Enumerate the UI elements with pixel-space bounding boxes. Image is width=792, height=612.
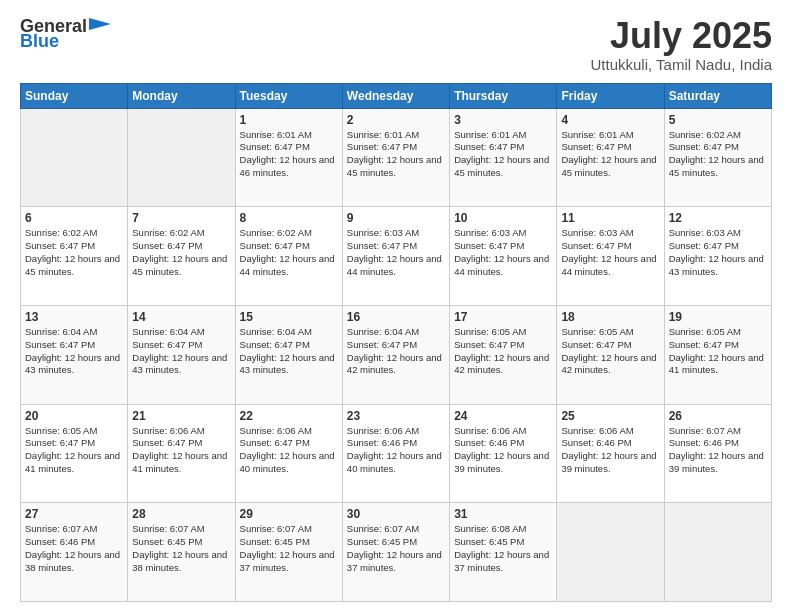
day-info: Sunrise: 6:03 AM Sunset: 6:47 PM Dayligh… [454,227,552,278]
calendar-day-cell: 20Sunrise: 6:05 AM Sunset: 6:47 PM Dayli… [21,404,128,503]
day-number: 31 [454,507,552,521]
day-number: 24 [454,409,552,423]
calendar-day-cell [664,503,771,602]
calendar-day-cell [557,503,664,602]
day-info: Sunrise: 6:06 AM Sunset: 6:47 PM Dayligh… [132,425,230,476]
day-info: Sunrise: 6:05 AM Sunset: 6:47 PM Dayligh… [669,326,767,377]
day-number: 21 [132,409,230,423]
calendar-day-cell: 2Sunrise: 6:01 AM Sunset: 6:47 PM Daylig… [342,108,449,207]
calendar-day-cell: 5Sunrise: 6:02 AM Sunset: 6:47 PM Daylig… [664,108,771,207]
calendar-day-cell: 25Sunrise: 6:06 AM Sunset: 6:46 PM Dayli… [557,404,664,503]
logo-block: General Blue [20,16,111,50]
day-number: 8 [240,211,338,225]
day-info: Sunrise: 6:06 AM Sunset: 6:46 PM Dayligh… [347,425,445,476]
day-number: 4 [561,113,659,127]
calendar-day-cell: 18Sunrise: 6:05 AM Sunset: 6:47 PM Dayli… [557,305,664,404]
calendar-weekday-header: Sunday [21,83,128,108]
calendar-day-cell: 11Sunrise: 6:03 AM Sunset: 6:47 PM Dayli… [557,207,664,306]
day-number: 20 [25,409,123,423]
svg-marker-0 [89,18,111,30]
calendar-day-cell: 14Sunrise: 6:04 AM Sunset: 6:47 PM Dayli… [128,305,235,404]
day-number: 29 [240,507,338,521]
calendar-day-cell: 22Sunrise: 6:06 AM Sunset: 6:47 PM Dayli… [235,404,342,503]
day-number: 18 [561,310,659,324]
calendar-table: SundayMondayTuesdayWednesdayThursdayFrid… [20,83,772,602]
day-number: 11 [561,211,659,225]
day-info: Sunrise: 6:07 AM Sunset: 6:45 PM Dayligh… [240,523,338,574]
calendar-day-cell: 29Sunrise: 6:07 AM Sunset: 6:45 PM Dayli… [235,503,342,602]
day-number: 9 [347,211,445,225]
day-info: Sunrise: 6:02 AM Sunset: 6:47 PM Dayligh… [25,227,123,278]
calendar-day-cell: 24Sunrise: 6:06 AM Sunset: 6:46 PM Dayli… [450,404,557,503]
calendar-day-cell: 16Sunrise: 6:04 AM Sunset: 6:47 PM Dayli… [342,305,449,404]
day-number: 17 [454,310,552,324]
title-block: July 2025 Uttukkuli, Tamil Nadu, India [591,16,772,73]
calendar-day-cell: 30Sunrise: 6:07 AM Sunset: 6:45 PM Dayli… [342,503,449,602]
calendar-day-cell: 27Sunrise: 6:07 AM Sunset: 6:46 PM Dayli… [21,503,128,602]
calendar-day-cell: 7Sunrise: 6:02 AM Sunset: 6:47 PM Daylig… [128,207,235,306]
calendar-day-cell: 4Sunrise: 6:01 AM Sunset: 6:47 PM Daylig… [557,108,664,207]
day-info: Sunrise: 6:08 AM Sunset: 6:45 PM Dayligh… [454,523,552,574]
calendar-week-row: 1Sunrise: 6:01 AM Sunset: 6:47 PM Daylig… [21,108,772,207]
calendar-day-cell: 19Sunrise: 6:05 AM Sunset: 6:47 PM Dayli… [664,305,771,404]
calendar-weekday-header: Saturday [664,83,771,108]
day-number: 19 [669,310,767,324]
calendar-day-cell [21,108,128,207]
calendar-day-cell [128,108,235,207]
logo-flag-icon [89,18,111,36]
calendar-day-cell: 15Sunrise: 6:04 AM Sunset: 6:47 PM Dayli… [235,305,342,404]
day-info: Sunrise: 6:02 AM Sunset: 6:47 PM Dayligh… [132,227,230,278]
day-number: 12 [669,211,767,225]
calendar-day-cell: 13Sunrise: 6:04 AM Sunset: 6:47 PM Dayli… [21,305,128,404]
calendar-week-row: 20Sunrise: 6:05 AM Sunset: 6:47 PM Dayli… [21,404,772,503]
calendar-week-row: 13Sunrise: 6:04 AM Sunset: 6:47 PM Dayli… [21,305,772,404]
calendar-header-row: SundayMondayTuesdayWednesdayThursdayFrid… [21,83,772,108]
calendar-day-cell: 12Sunrise: 6:03 AM Sunset: 6:47 PM Dayli… [664,207,771,306]
day-info: Sunrise: 6:01 AM Sunset: 6:47 PM Dayligh… [240,129,338,180]
location-title: Uttukkuli, Tamil Nadu, India [591,56,772,73]
day-number: 15 [240,310,338,324]
day-number: 25 [561,409,659,423]
calendar-day-cell: 6Sunrise: 6:02 AM Sunset: 6:47 PM Daylig… [21,207,128,306]
calendar-day-cell: 1Sunrise: 6:01 AM Sunset: 6:47 PM Daylig… [235,108,342,207]
logo: General Blue [20,16,111,50]
day-number: 14 [132,310,230,324]
day-number: 6 [25,211,123,225]
calendar-day-cell: 23Sunrise: 6:06 AM Sunset: 6:46 PM Dayli… [342,404,449,503]
calendar-weekday-header: Thursday [450,83,557,108]
day-info: Sunrise: 6:01 AM Sunset: 6:47 PM Dayligh… [454,129,552,180]
calendar-weekday-header: Friday [557,83,664,108]
header: General Blue July 2025 Uttukkuli, Tamil … [20,16,772,73]
day-number: 30 [347,507,445,521]
calendar-day-cell: 3Sunrise: 6:01 AM Sunset: 6:47 PM Daylig… [450,108,557,207]
day-info: Sunrise: 6:05 AM Sunset: 6:47 PM Dayligh… [561,326,659,377]
day-number: 7 [132,211,230,225]
calendar-day-cell: 21Sunrise: 6:06 AM Sunset: 6:47 PM Dayli… [128,404,235,503]
day-info: Sunrise: 6:02 AM Sunset: 6:47 PM Dayligh… [240,227,338,278]
day-number: 28 [132,507,230,521]
day-info: Sunrise: 6:06 AM Sunset: 6:47 PM Dayligh… [240,425,338,476]
day-info: Sunrise: 6:03 AM Sunset: 6:47 PM Dayligh… [561,227,659,278]
day-info: Sunrise: 6:07 AM Sunset: 6:45 PM Dayligh… [132,523,230,574]
page: General Blue July 2025 Uttukkuli, Tamil … [0,0,792,612]
day-info: Sunrise: 6:07 AM Sunset: 6:45 PM Dayligh… [347,523,445,574]
calendar-week-row: 6Sunrise: 6:02 AM Sunset: 6:47 PM Daylig… [21,207,772,306]
day-number: 2 [347,113,445,127]
day-info: Sunrise: 6:07 AM Sunset: 6:46 PM Dayligh… [669,425,767,476]
calendar-day-cell: 9Sunrise: 6:03 AM Sunset: 6:47 PM Daylig… [342,207,449,306]
calendar-day-cell: 8Sunrise: 6:02 AM Sunset: 6:47 PM Daylig… [235,207,342,306]
day-number: 5 [669,113,767,127]
day-number: 16 [347,310,445,324]
day-number: 23 [347,409,445,423]
day-info: Sunrise: 6:06 AM Sunset: 6:46 PM Dayligh… [561,425,659,476]
day-info: Sunrise: 6:05 AM Sunset: 6:47 PM Dayligh… [25,425,123,476]
day-info: Sunrise: 6:04 AM Sunset: 6:47 PM Dayligh… [240,326,338,377]
day-info: Sunrise: 6:07 AM Sunset: 6:46 PM Dayligh… [25,523,123,574]
calendar-weekday-header: Wednesday [342,83,449,108]
day-info: Sunrise: 6:06 AM Sunset: 6:46 PM Dayligh… [454,425,552,476]
day-info: Sunrise: 6:01 AM Sunset: 6:47 PM Dayligh… [561,129,659,180]
day-number: 13 [25,310,123,324]
day-info: Sunrise: 6:04 AM Sunset: 6:47 PM Dayligh… [347,326,445,377]
month-title: July 2025 [591,16,772,56]
day-number: 1 [240,113,338,127]
